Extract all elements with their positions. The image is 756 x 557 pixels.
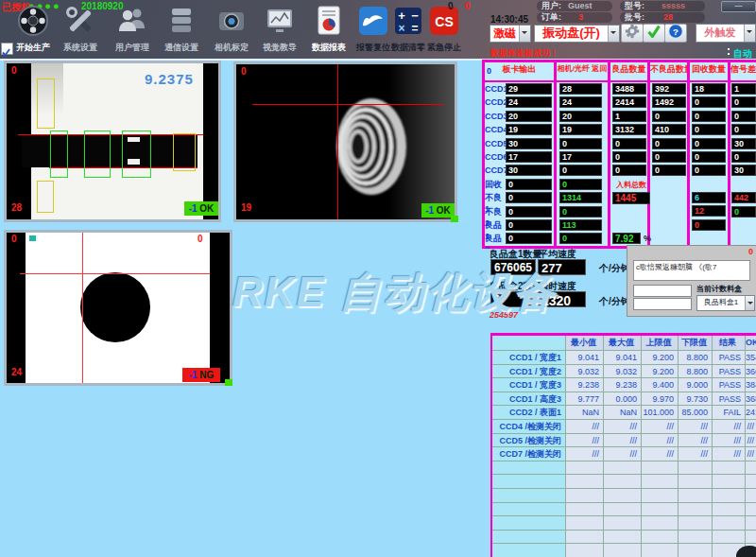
toolbar: 已授权 ●●●● 20180920 开始生产 系统设置 用户管理 通信 — [0, 0, 756, 60]
measure-cell: /// — [642, 447, 679, 461]
data-report-button[interactable]: 数据报表 — [305, 5, 352, 58]
settings-gear-button[interactable] — [621, 24, 644, 43]
feed-total-label: 入料总数 — [612, 180, 650, 190]
measure-row-label — [492, 531, 566, 545]
measure-cell: /// — [642, 420, 679, 434]
camera-view-3: 0 0 24 -1 NG — [4, 230, 232, 386]
counts-row-label: CCD4 — [485, 124, 506, 135]
counts-cell: 0 — [506, 233, 552, 244]
measure-cell — [566, 475, 604, 489]
user-value: Guest — [568, 1, 593, 11]
counts-cell: 0 — [692, 124, 726, 135]
counts-cell: 1 — [731, 83, 756, 95]
user-management-button[interactable]: 用户管理 — [109, 5, 156, 58]
measure-cell: 85.000 — [679, 406, 713, 420]
measure-cell: 9.730 — [679, 392, 713, 407]
clock: 14:30:45 — [490, 14, 528, 25]
counts-cell: 30 — [731, 138, 756, 149]
tools-icon — [57, 5, 104, 41]
dropdown-arrow-icon — [745, 296, 754, 310]
vision-teaching-button[interactable]: 视觉教导 — [256, 5, 303, 58]
result-badge: -1 OK — [184, 201, 218, 216]
trigger-mode-dropdown[interactable]: 外触发 — [696, 24, 756, 43]
emergency-stop-icon: CS — [422, 5, 466, 41]
emergency-stop-button[interactable]: CS 紧急停止 — [422, 5, 466, 58]
report-icon — [305, 5, 352, 41]
nut-part-image — [329, 96, 408, 197]
feed-total-value: 1445 — [612, 192, 650, 204]
svg-text:=: = — [411, 22, 418, 35]
recycle-extra-value: 6 — [692, 192, 726, 203]
gear-icon — [625, 24, 640, 43]
measure-cell — [566, 503, 604, 517]
measure-cell — [566, 516, 604, 531]
counts-cell: 113 — [559, 219, 602, 231]
measure-empty-row — [492, 531, 756, 545]
svg-text:−: − — [411, 9, 419, 23]
magnet-mode-dropdown[interactable]: 激磁 — [490, 25, 531, 43]
measure-cell — [604, 531, 642, 545]
start-production-button[interactable]: 开始生产 — [9, 5, 57, 58]
counts-row-label: 良品2 — [485, 233, 506, 249]
counts-cell: 30 — [506, 165, 552, 176]
measure-cell — [679, 531, 713, 545]
measure-row: CCD1 / 高度39.7770.0009.9709.730PASS368 — [492, 392, 756, 407]
signal-extra-value: 0 — [731, 206, 756, 218]
measure-cell: 9.400 — [642, 378, 679, 392]
measure-cell — [604, 461, 642, 476]
toolbar-checkbox[interactable] — [1, 43, 13, 55]
tray-message-box[interactable]: c歌愔聚返糠朝脑 《(歌7 — [633, 260, 750, 281]
measure-cell: /// — [679, 420, 713, 434]
measure-cell — [679, 503, 713, 517]
measure-cell: 101.000 — [642, 406, 679, 420]
svg-text:+: + — [398, 9, 405, 23]
check-icon — [646, 25, 662, 42]
tray-input-1[interactable] — [633, 285, 692, 297]
minimize-button[interactable]: — — [721, 1, 756, 12]
measure-empty-row — [492, 489, 756, 503]
measure-cell — [604, 503, 642, 517]
crosshair-horizontal — [20, 273, 210, 274]
measure-row: CCD7 /检测关闭////////////////// — [492, 447, 756, 461]
frame-counter: 0 — [198, 235, 203, 244]
counts-cell: 0 — [652, 165, 686, 176]
counts-cell: 0 — [652, 111, 686, 122]
counts-cell: 1 — [612, 111, 646, 122]
counts-cell: 0 — [506, 206, 552, 218]
measure-cell — [642, 475, 679, 489]
measure-cell — [604, 489, 642, 503]
pass-rate-value: 7.92 — [612, 233, 641, 244]
measurement-table: 最小值最大值上限值下限值结果OK数CCD1 / 宽度19.0419.0419.2… — [490, 333, 756, 557]
system-settings-button[interactable]: 系统设置 — [57, 5, 104, 58]
measure-cell: 9.032 — [566, 365, 604, 379]
measure-cell: PASS — [713, 392, 746, 407]
measure-row: CCD2 / 表面1NaNNaN101.00085.000FAIL241 — [492, 406, 756, 420]
counts-cell: 0 — [612, 151, 646, 163]
communication-settings-button[interactable]: 通信设置 — [158, 5, 205, 58]
measure-cell: 结果 — [713, 336, 746, 351]
measure-cell — [713, 531, 746, 545]
svg-text:CS: CS — [435, 14, 453, 29]
measure-cell — [604, 544, 642, 557]
frame-counter: 24 — [11, 368, 22, 377]
vibration-plate-dropdown[interactable]: 振动盘(开) — [534, 25, 620, 43]
measure-cell — [604, 516, 642, 531]
measure-cell — [642, 544, 679, 557]
measure-cell — [679, 475, 713, 489]
camera-calibration-button[interactable]: 相机标定 — [208, 5, 255, 58]
counts-cell: 0 — [731, 96, 756, 108]
measure-cell: 9.032 — [604, 365, 642, 379]
current-tray-dropdown[interactable]: 良品料盒1 — [696, 295, 755, 311]
measure-cell — [642, 503, 679, 517]
dropdown-arrow-icon — [744, 25, 755, 42]
measure-cell — [679, 489, 713, 503]
tray-input-2[interactable] — [633, 298, 692, 310]
inspection-roi-box — [84, 131, 111, 178]
measure-empty-row — [492, 544, 756, 557]
confirm-check-button[interactable] — [643, 24, 665, 43]
measure-cell — [566, 544, 604, 557]
calibration-roi-box — [37, 78, 55, 129]
help-button[interactable]: ? — [664, 24, 687, 43]
counts-cell: 24 — [559, 96, 602, 108]
measure-cell: /// — [679, 447, 713, 461]
